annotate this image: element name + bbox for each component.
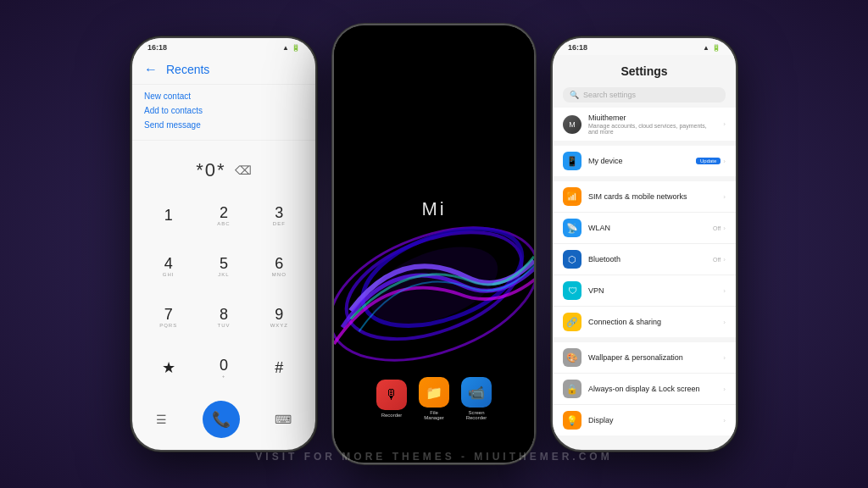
account-chevron: › bbox=[723, 120, 726, 128]
option-send-message[interactable]: Send message bbox=[144, 120, 303, 130]
vpn-icon: 🛡 bbox=[563, 281, 581, 300]
back-icon[interactable]: ← bbox=[144, 62, 158, 77]
wallpaper-icon: 🎨 bbox=[563, 348, 581, 367]
status-icons: ▲ 🔋 bbox=[282, 44, 300, 52]
bluetooth-status: Off › bbox=[713, 256, 726, 263]
settings-section-network: 📶 SIM cards & mobile networks › 📡 WLAN O… bbox=[553, 181, 736, 337]
status-time: 16:18 bbox=[147, 43, 167, 52]
option-add-contact[interactable]: Add to contacts bbox=[144, 106, 303, 115]
lockscreen-chevron: › bbox=[723, 385, 726, 393]
wallpaper-chevron: › bbox=[723, 354, 726, 362]
wallpaper-title: Wallpaper & personalization bbox=[588, 353, 716, 362]
account-title: Miuithemer bbox=[588, 114, 716, 122]
settings-screen: 16:18 ▲ 🔋 Settings 🔍 Search settings M M… bbox=[553, 38, 736, 450]
dtmf-icon[interactable]: ⌨ bbox=[275, 413, 292, 426]
bluetooth-title: Bluetooth bbox=[588, 255, 706, 263]
sim-chevron: › bbox=[723, 193, 726, 201]
dial-key-5[interactable]: 5JKL bbox=[196, 241, 251, 291]
status-time-settings: 16:18 bbox=[568, 43, 587, 52]
call-button[interactable]: 📞 bbox=[203, 401, 240, 438]
account-subtitle: Manage accounts, cloud services, payment… bbox=[588, 123, 716, 135]
wlan-icon: 📡 bbox=[563, 219, 581, 237]
home-mi-label: Mi bbox=[421, 198, 446, 220]
app-label-screen-recorder: ScreenRecorder bbox=[466, 410, 487, 420]
device-right: Update › bbox=[696, 158, 726, 165]
lockscreen-icon: 🔒 bbox=[563, 380, 581, 398]
display-icon: 💡 bbox=[563, 411, 581, 430]
wlan-status: Off › bbox=[713, 225, 726, 232]
dial-key-2[interactable]: 2ABC bbox=[196, 190, 251, 241]
settings-item-wallpaper[interactable]: 🎨 Wallpaper & personalization › bbox=[553, 342, 736, 374]
dial-key-hash[interactable]: # bbox=[252, 343, 307, 394]
dialer-options: New contact Add to contacts Send message bbox=[132, 85, 315, 136]
account-avatar: M bbox=[563, 115, 581, 134]
dial-key-4[interactable]: 4GHI bbox=[141, 241, 196, 291]
device-title: My device bbox=[588, 157, 689, 165]
dial-key-3[interactable]: 3DEF bbox=[252, 190, 307, 241]
dialer-header: ← Recents bbox=[132, 55, 315, 85]
settings-section-display: 🎨 Wallpaper & personalization › 🔒 Always… bbox=[553, 342, 736, 435]
sim-title: SIM cards & mobile networks bbox=[588, 192, 716, 201]
settings-item-bluetooth[interactable]: ⬡ Bluetooth Off › bbox=[553, 244, 736, 275]
vpn-title: VPN bbox=[588, 286, 716, 295]
dial-pad: 1 2ABC 3DEF 4GHI 5JKL 6MNO 7PQRS 8TUV 9W… bbox=[132, 190, 315, 394]
vpn-chevron: › bbox=[723, 287, 726, 295]
backspace-icon[interactable]: ⌫ bbox=[235, 164, 252, 177]
settings-item-account[interactable]: M Miuithemer Manage accounts, cloud serv… bbox=[553, 108, 736, 141]
connection-title: Connection & sharing bbox=[588, 318, 716, 326]
app-dock: 🎙 Recorder 📁 FileManager 📹 ScreenRecorde… bbox=[376, 377, 492, 420]
dial-key-7[interactable]: 7PQRS bbox=[141, 292, 196, 343]
dialer-screen: 16:18 ▲ 🔋 ← Recents New contact Add to c… bbox=[132, 38, 315, 450]
dialer-number: *0* bbox=[196, 159, 225, 181]
display-chevron: › bbox=[723, 417, 726, 424]
settings-item-connection[interactable]: 🔗 Connection & sharing › bbox=[553, 307, 736, 337]
app-icon-files[interactable]: 📁 FileManager bbox=[419, 377, 449, 420]
lockscreen-title: Always-on display & Lock screen bbox=[588, 385, 716, 393]
connection-icon: 🔗 bbox=[563, 313, 581, 331]
display-title: Display bbox=[588, 416, 716, 424]
settings-item-lockscreen[interactable]: 🔒 Always-on display & Lock screen › bbox=[553, 374, 736, 405]
update-badge: Update bbox=[696, 158, 721, 164]
settings-section-device: 📱 My device Update › bbox=[553, 146, 736, 176]
home-screen: 16:18 ▲ 🔋 Mi bbox=[334, 25, 534, 463]
device-icon: 📱 bbox=[563, 152, 581, 170]
search-icon: 🔍 bbox=[570, 91, 579, 99]
settings-title: Settings bbox=[620, 64, 667, 78]
wlan-title: WLAN bbox=[588, 224, 706, 232]
settings-item-display[interactable]: 💡 Display › bbox=[553, 405, 736, 435]
dial-key-star[interactable]: ★ bbox=[141, 343, 196, 394]
phone-settings: 16:18 ▲ 🔋 Settings 🔍 Search settings M M… bbox=[551, 36, 737, 452]
phone-home: 16:18 ▲ 🔋 Mi bbox=[332, 24, 536, 464]
bluetooth-icon: ⬡ bbox=[563, 250, 581, 269]
sim-icon: 📶 bbox=[563, 187, 581, 206]
status-bar-settings: 16:18 ▲ 🔋 bbox=[553, 38, 736, 55]
status-icons-settings: ▲ 🔋 bbox=[703, 44, 721, 52]
app-label-recorder: Recorder bbox=[381, 413, 403, 418]
app-icon-recorder[interactable]: 🎙 Recorder bbox=[376, 380, 407, 418]
dialer-title: Recents bbox=[166, 63, 209, 76]
connection-chevron: › bbox=[723, 319, 726, 326]
settings-list: M Miuithemer Manage accounts, cloud serv… bbox=[553, 108, 736, 450]
settings-item-wlan[interactable]: 📡 WLAN Off › bbox=[553, 213, 736, 244]
dial-key-9[interactable]: 9WXYZ bbox=[252, 292, 307, 343]
phone-dialer: 16:18 ▲ 🔋 ← Recents New contact Add to c… bbox=[131, 36, 317, 452]
settings-item-sim[interactable]: 📶 SIM cards & mobile networks › bbox=[553, 181, 736, 213]
dial-key-6[interactable]: 6MNO bbox=[252, 241, 307, 291]
settings-search-bar[interactable]: 🔍 Search settings bbox=[563, 87, 726, 103]
watermark: VISIT FOR MORE THEMES - MIUITHEMER.COM bbox=[255, 451, 612, 463]
dial-key-1[interactable]: 1 bbox=[141, 190, 196, 241]
app-icon-screen-recorder[interactable]: 📹 ScreenRecorder bbox=[461, 377, 492, 420]
settings-header: Settings bbox=[553, 55, 736, 84]
dial-key-0[interactable]: 0+ bbox=[196, 343, 251, 394]
menu-icon[interactable]: ☰ bbox=[156, 413, 167, 426]
search-placeholder: Search settings bbox=[583, 91, 636, 99]
app-label-files: FileManager bbox=[424, 410, 444, 420]
dialer-display: *0* ⌫ bbox=[132, 151, 315, 190]
dialer-bottom-bar: ☰ 📞 ⌨ bbox=[132, 394, 315, 450]
option-new-contact[interactable]: New contact bbox=[144, 92, 303, 101]
dial-key-8[interactable]: 8TUV bbox=[196, 292, 251, 343]
settings-item-vpn[interactable]: 🛡 VPN › bbox=[553, 275, 736, 307]
settings-item-device[interactable]: 📱 My device Update › bbox=[553, 146, 736, 176]
settings-section-account: M Miuithemer Manage accounts, cloud serv… bbox=[553, 108, 736, 141]
status-bar-dialer: 16:18 ▲ 🔋 bbox=[132, 38, 315, 55]
